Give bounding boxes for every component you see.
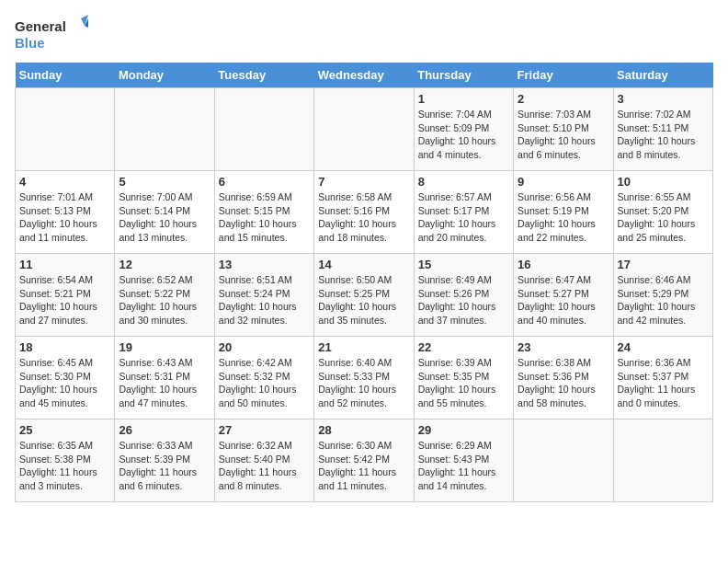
calendar-cell: 11Sunrise: 6:54 AMSunset: 5:21 PMDayligh… [16, 254, 115, 337]
calendar-cell: 21Sunrise: 6:40 AMSunset: 5:33 PMDayligh… [314, 337, 414, 419]
calendar-cell: 18Sunrise: 6:45 AMSunset: 5:30 PMDayligh… [16, 337, 115, 419]
day-info: Sunrise: 6:55 AMSunset: 5:20 PMDaylight:… [618, 190, 709, 245]
calendar-cell [214, 88, 313, 171]
day-number: 6 [219, 175, 310, 189]
calendar-week-3: 18Sunrise: 6:45 AMSunset: 5:30 PMDayligh… [16, 337, 713, 419]
calendar-week-2: 11Sunrise: 6:54 AMSunset: 5:21 PMDayligh… [16, 254, 713, 337]
day-number: 25 [19, 423, 110, 437]
calendar-cell [115, 88, 214, 171]
day-number: 15 [418, 258, 509, 271]
header-monday: Monday [115, 63, 214, 88]
day-info: Sunrise: 6:30 AMSunset: 5:42 PMDaylight:… [318, 439, 409, 493]
day-info: Sunrise: 6:36 AMSunset: 5:37 PMDaylight:… [618, 356, 709, 410]
day-info: Sunrise: 6:40 AMSunset: 5:33 PMDaylight:… [318, 356, 409, 410]
day-info: Sunrise: 6:39 AMSunset: 5:35 PMDaylight:… [418, 356, 509, 410]
calendar-cell: 6Sunrise: 6:59 AMSunset: 5:15 PMDaylight… [214, 171, 313, 254]
day-number: 21 [318, 340, 409, 354]
day-info: Sunrise: 6:43 AMSunset: 5:31 PMDaylight:… [119, 356, 210, 410]
day-info: Sunrise: 6:56 AMSunset: 5:19 PMDaylight:… [518, 190, 609, 245]
day-number: 19 [119, 340, 210, 354]
calendar-cell: 1Sunrise: 7:04 AMSunset: 5:09 PMDaylight… [414, 88, 513, 171]
day-info: Sunrise: 6:32 AMSunset: 5:40 PMDaylight:… [219, 439, 310, 493]
day-info: Sunrise: 6:59 AMSunset: 5:15 PMDaylight:… [219, 190, 310, 245]
day-number: 1 [418, 92, 509, 106]
header-row: SundayMondayTuesdayWednesdayThursdayFrid… [16, 63, 713, 88]
day-info: Sunrise: 6:50 AMSunset: 5:25 PMDaylight:… [318, 273, 409, 327]
svg-text:General: General [15, 18, 66, 34]
day-info: Sunrise: 6:54 AMSunset: 5:21 PMDaylight:… [19, 273, 110, 327]
calendar-cell: 8Sunrise: 6:57 AMSunset: 5:17 PMDaylight… [414, 171, 513, 254]
calendar-table: SundayMondayTuesdayWednesdayThursdayFrid… [15, 63, 713, 502]
calendar-cell: 17Sunrise: 6:46 AMSunset: 5:29 PMDayligh… [613, 254, 712, 337]
day-number: 4 [19, 175, 110, 189]
calendar-cell: 26Sunrise: 6:33 AMSunset: 5:39 PMDayligh… [115, 419, 214, 502]
calendar-cell: 24Sunrise: 6:36 AMSunset: 5:37 PMDayligh… [613, 337, 712, 419]
day-info: Sunrise: 6:29 AMSunset: 5:43 PMDaylight:… [418, 439, 509, 493]
calendar-cell: 2Sunrise: 7:03 AMSunset: 5:10 PMDaylight… [514, 88, 613, 171]
logo: General Blue [15, 15, 88, 55]
calendar-cell: 12Sunrise: 6:52 AMSunset: 5:22 PMDayligh… [115, 254, 214, 337]
calendar-cell: 4Sunrise: 7:01 AMSunset: 5:13 PMDaylight… [16, 171, 115, 254]
calendar-cell: 28Sunrise: 6:30 AMSunset: 5:42 PMDayligh… [314, 419, 414, 502]
calendar-cell: 16Sunrise: 6:47 AMSunset: 5:27 PMDayligh… [514, 254, 613, 337]
calendar-cell: 27Sunrise: 6:32 AMSunset: 5:40 PMDayligh… [214, 419, 313, 502]
day-info: Sunrise: 6:38 AMSunset: 5:36 PMDaylight:… [518, 356, 609, 410]
day-number: 2 [518, 92, 609, 106]
header-saturday: Saturday [613, 63, 712, 88]
day-number: 26 [119, 423, 210, 437]
day-number: 13 [219, 258, 310, 271]
logo-svg: General Blue [15, 15, 88, 55]
calendar-week-1: 4Sunrise: 7:01 AMSunset: 5:13 PMDaylight… [16, 171, 713, 254]
day-number: 22 [418, 340, 509, 354]
day-number: 7 [318, 175, 409, 189]
day-number: 18 [19, 340, 110, 354]
calendar-cell: 10Sunrise: 6:55 AMSunset: 5:20 PMDayligh… [613, 171, 712, 254]
calendar-cell: 9Sunrise: 6:56 AMSunset: 5:19 PMDaylight… [514, 171, 613, 254]
calendar-cell: 19Sunrise: 6:43 AMSunset: 5:31 PMDayligh… [115, 337, 214, 419]
calendar-cell: 5Sunrise: 7:00 AMSunset: 5:14 PMDaylight… [115, 171, 214, 254]
day-info: Sunrise: 6:52 AMSunset: 5:22 PMDaylight:… [119, 273, 210, 327]
day-info: Sunrise: 7:02 AMSunset: 5:11 PMDaylight:… [618, 108, 709, 162]
svg-text:Blue: Blue [15, 35, 45, 51]
calendar-week-0: 1Sunrise: 7:04 AMSunset: 5:09 PMDaylight… [16, 88, 713, 171]
day-info: Sunrise: 6:35 AMSunset: 5:38 PMDaylight:… [19, 439, 110, 493]
header-wednesday: Wednesday [314, 63, 414, 88]
day-info: Sunrise: 6:51 AMSunset: 5:24 PMDaylight:… [219, 273, 310, 327]
calendar-cell: 20Sunrise: 6:42 AMSunset: 5:32 PMDayligh… [214, 337, 313, 419]
calendar-cell [613, 419, 712, 502]
day-info: Sunrise: 6:33 AMSunset: 5:39 PMDaylight:… [119, 439, 210, 493]
calendar-cell [314, 88, 414, 171]
day-number: 23 [518, 340, 609, 354]
calendar-cell: 3Sunrise: 7:02 AMSunset: 5:11 PMDaylight… [613, 88, 712, 171]
day-info: Sunrise: 7:04 AMSunset: 5:09 PMDaylight:… [418, 108, 509, 162]
day-number: 5 [119, 175, 210, 189]
day-info: Sunrise: 7:01 AMSunset: 5:13 PMDaylight:… [19, 190, 110, 245]
day-info: Sunrise: 6:47 AMSunset: 5:27 PMDaylight:… [518, 273, 609, 327]
calendar-cell: 7Sunrise: 6:58 AMSunset: 5:16 PMDaylight… [314, 171, 414, 254]
header-friday: Friday [514, 63, 613, 88]
day-info: Sunrise: 6:45 AMSunset: 5:30 PMDaylight:… [19, 356, 110, 410]
day-number: 3 [618, 92, 709, 106]
calendar-cell: 13Sunrise: 6:51 AMSunset: 5:24 PMDayligh… [214, 254, 313, 337]
day-info: Sunrise: 6:58 AMSunset: 5:16 PMDaylight:… [318, 190, 409, 245]
calendar-body: 1Sunrise: 7:04 AMSunset: 5:09 PMDaylight… [16, 88, 713, 502]
day-info: Sunrise: 7:00 AMSunset: 5:14 PMDaylight:… [119, 190, 210, 245]
header-thursday: Thursday [414, 63, 513, 88]
header-sunday: Sunday [16, 63, 115, 88]
calendar-cell: 15Sunrise: 6:49 AMSunset: 5:26 PMDayligh… [414, 254, 513, 337]
calendar-cell: 25Sunrise: 6:35 AMSunset: 5:38 PMDayligh… [16, 419, 115, 502]
calendar-cell [514, 419, 613, 502]
page-header: General Blue [15, 15, 713, 55]
calendar-header: SundayMondayTuesdayWednesdayThursdayFrid… [16, 63, 713, 88]
day-info: Sunrise: 6:57 AMSunset: 5:17 PMDaylight:… [418, 190, 509, 245]
day-info: Sunrise: 6:42 AMSunset: 5:32 PMDaylight:… [219, 356, 310, 410]
day-number: 12 [119, 258, 210, 271]
day-number: 24 [618, 340, 709, 354]
calendar-week-4: 25Sunrise: 6:35 AMSunset: 5:38 PMDayligh… [16, 419, 713, 502]
day-number: 8 [418, 175, 509, 189]
day-number: 29 [418, 423, 509, 437]
calendar-cell: 23Sunrise: 6:38 AMSunset: 5:36 PMDayligh… [514, 337, 613, 419]
calendar-cell [16, 88, 115, 171]
day-info: Sunrise: 7:03 AMSunset: 5:10 PMDaylight:… [518, 108, 609, 162]
day-number: 28 [318, 423, 409, 437]
